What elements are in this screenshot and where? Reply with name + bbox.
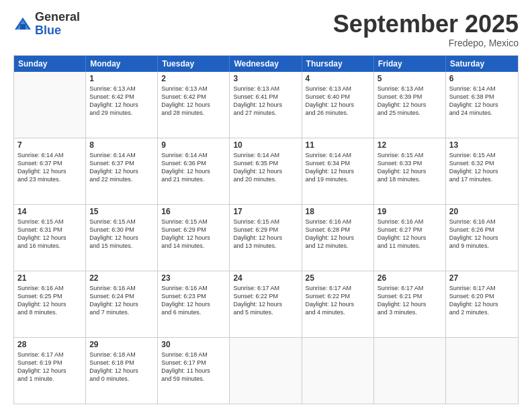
cell-info: Sunrise: 6:15 AM Sunset: 6:30 PM Dayligh… (89, 218, 154, 250)
calendar-cell: 24Sunrise: 6:17 AM Sunset: 6:22 PM Dayli… (230, 271, 302, 337)
cell-info: Sunrise: 6:15 AM Sunset: 6:32 PM Dayligh… (449, 151, 515, 184)
cell-info: Sunrise: 6:16 AM Sunset: 6:27 PM Dayligh… (378, 218, 442, 250)
day-number: 23 (161, 273, 226, 283)
day-number: 7 (17, 140, 82, 150)
calendar-cell: 1Sunrise: 6:13 AM Sunset: 6:42 PM Daylig… (86, 72, 158, 138)
cell-info: Sunrise: 6:13 AM Sunset: 6:42 PM Dayligh… (89, 85, 154, 118)
cell-info: Sunrise: 6:13 AM Sunset: 6:39 PM Dayligh… (378, 85, 442, 118)
cell-info: Sunrise: 6:15 AM Sunset: 6:31 PM Dayligh… (17, 218, 82, 250)
cell-info: Sunrise: 6:16 AM Sunset: 6:23 PM Dayligh… (161, 284, 226, 317)
cell-info: Sunrise: 6:14 AM Sunset: 6:37 PM Dayligh… (89, 151, 154, 184)
calendar-cell: 3Sunrise: 6:13 AM Sunset: 6:41 PM Daylig… (230, 72, 302, 138)
calendar-cell: 8Sunrise: 6:14 AM Sunset: 6:37 PM Daylig… (86, 138, 158, 204)
cell-info: Sunrise: 6:16 AM Sunset: 6:25 PM Dayligh… (17, 284, 82, 317)
day-number: 5 (378, 74, 442, 83)
cell-info: Sunrise: 6:17 AM Sunset: 6:19 PM Dayligh… (17, 351, 82, 383)
svg-rect-2 (20, 24, 26, 30)
day-number: 1 (89, 74, 154, 83)
calendar-cell: 17Sunrise: 6:15 AM Sunset: 6:29 PM Dayli… (230, 205, 302, 271)
cell-info: Sunrise: 6:17 AM Sunset: 6:21 PM Dayligh… (378, 284, 442, 317)
calendar-cell: 25Sunrise: 6:17 AM Sunset: 6:22 PM Dayli… (302, 271, 374, 337)
calendar-week-5: 28Sunrise: 6:17 AM Sunset: 6:19 PM Dayli… (14, 337, 518, 404)
calendar-cell: 9Sunrise: 6:14 AM Sunset: 6:36 PM Daylig… (158, 138, 230, 204)
calendar-cell: 21Sunrise: 6:16 AM Sunset: 6:25 PM Dayli… (14, 271, 86, 337)
logo-text: General Blue (35, 11, 80, 38)
calendar: SundayMondayTuesdayWednesdayThursdayFrid… (13, 55, 519, 404)
cell-info: Sunrise: 6:15 AM Sunset: 6:29 PM Dayligh… (161, 218, 226, 250)
day-number: 14 (17, 207, 82, 216)
cell-info: Sunrise: 6:13 AM Sunset: 6:42 PM Dayligh… (161, 85, 226, 118)
day-number: 27 (449, 273, 515, 283)
day-number: 8 (89, 140, 154, 150)
cell-info: Sunrise: 6:18 AM Sunset: 6:18 PM Dayligh… (89, 351, 154, 383)
day-number: 11 (306, 140, 370, 150)
calendar-week-1: 1Sunrise: 6:13 AM Sunset: 6:42 PM Daylig… (14, 72, 518, 138)
day-number: 29 (89, 340, 154, 349)
header-cell-monday: Monday (86, 56, 158, 72)
day-number: 12 (378, 140, 442, 150)
cell-info: Sunrise: 6:17 AM Sunset: 6:22 PM Dayligh… (306, 284, 370, 317)
cell-info: Sunrise: 6:15 AM Sunset: 6:33 PM Dayligh… (378, 151, 442, 184)
cell-info: Sunrise: 6:16 AM Sunset: 6:28 PM Dayligh… (306, 218, 370, 250)
header-cell-saturday: Saturday (446, 56, 518, 72)
logo-general: General (35, 10, 80, 24)
logo: General Blue (13, 11, 80, 38)
calendar-cell: 26Sunrise: 6:17 AM Sunset: 6:21 PM Dayli… (374, 271, 446, 337)
calendar-page: General Blue September 2025 Fredepo, Mex… (0, 0, 532, 411)
calendar-cell: 11Sunrise: 6:14 AM Sunset: 6:34 PM Dayli… (302, 138, 374, 204)
calendar-cell: 27Sunrise: 6:17 AM Sunset: 6:20 PM Dayli… (446, 271, 518, 337)
logo-icon (13, 15, 32, 34)
day-number: 2 (161, 74, 226, 83)
calendar-cell: 5Sunrise: 6:13 AM Sunset: 6:39 PM Daylig… (374, 72, 446, 138)
cell-info: Sunrise: 6:14 AM Sunset: 6:35 PM Dayligh… (233, 151, 298, 184)
cell-info: Sunrise: 6:17 AM Sunset: 6:22 PM Dayligh… (233, 284, 298, 317)
header-cell-thursday: Thursday (302, 56, 374, 72)
calendar-cell: 2Sunrise: 6:13 AM Sunset: 6:42 PM Daylig… (158, 72, 230, 138)
calendar-cell: 15Sunrise: 6:15 AM Sunset: 6:30 PM Dayli… (86, 205, 158, 271)
calendar-cell: 16Sunrise: 6:15 AM Sunset: 6:29 PM Dayli… (158, 205, 230, 271)
day-number: 24 (233, 273, 298, 283)
calendar-cell: 7Sunrise: 6:14 AM Sunset: 6:37 PM Daylig… (14, 138, 86, 204)
calendar-week-4: 21Sunrise: 6:16 AM Sunset: 6:25 PM Dayli… (14, 271, 518, 337)
day-number: 16 (161, 207, 226, 216)
day-number: 6 (449, 74, 515, 83)
day-number: 13 (449, 140, 515, 150)
title-block: September 2025 Fredepo, Mexico (333, 11, 519, 48)
day-number: 4 (306, 74, 370, 83)
logo-blue: Blue (35, 24, 61, 37)
day-number: 22 (89, 273, 154, 283)
page-header: General Blue September 2025 Fredepo, Mex… (13, 11, 519, 48)
calendar-cell: 23Sunrise: 6:16 AM Sunset: 6:23 PM Dayli… (158, 271, 230, 337)
month-title: September 2025 (333, 11, 519, 38)
day-number: 3 (233, 74, 298, 83)
day-number: 10 (233, 140, 298, 150)
day-number: 9 (161, 140, 226, 150)
calendar-cell (302, 338, 374, 404)
calendar-cell: 18Sunrise: 6:16 AM Sunset: 6:28 PM Dayli… (302, 205, 374, 271)
calendar-cell (374, 338, 446, 404)
calendar-cell (14, 72, 86, 138)
cell-info: Sunrise: 6:13 AM Sunset: 6:40 PM Dayligh… (306, 85, 370, 118)
location: Fredepo, Mexico (333, 38, 519, 48)
calendar-cell: 30Sunrise: 6:18 AM Sunset: 6:17 PM Dayli… (158, 338, 230, 404)
calendar-cell: 20Sunrise: 6:16 AM Sunset: 6:26 PM Dayli… (446, 205, 518, 271)
calendar-week-3: 14Sunrise: 6:15 AM Sunset: 6:31 PM Dayli… (14, 204, 518, 271)
day-number: 28 (17, 340, 82, 349)
cell-info: Sunrise: 6:18 AM Sunset: 6:17 PM Dayligh… (161, 351, 226, 383)
calendar-cell (230, 338, 302, 404)
day-number: 18 (306, 207, 370, 216)
calendar-cell: 12Sunrise: 6:15 AM Sunset: 6:33 PM Dayli… (374, 138, 446, 204)
calendar-cell: 19Sunrise: 6:16 AM Sunset: 6:27 PM Dayli… (374, 205, 446, 271)
day-number: 25 (306, 273, 370, 283)
calendar-cell: 14Sunrise: 6:15 AM Sunset: 6:31 PM Dayli… (14, 205, 86, 271)
cell-info: Sunrise: 6:16 AM Sunset: 6:26 PM Dayligh… (449, 218, 515, 250)
calendar-header: SundayMondayTuesdayWednesdayThursdayFrid… (14, 56, 518, 72)
calendar-cell: 29Sunrise: 6:18 AM Sunset: 6:18 PM Dayli… (86, 338, 158, 404)
day-number: 30 (161, 340, 226, 349)
calendar-cell (446, 338, 518, 404)
calendar-cell: 6Sunrise: 6:14 AM Sunset: 6:38 PM Daylig… (446, 72, 518, 138)
day-number: 17 (233, 207, 298, 216)
header-cell-tuesday: Tuesday (158, 56, 230, 72)
calendar-cell: 10Sunrise: 6:14 AM Sunset: 6:35 PM Dayli… (230, 138, 302, 204)
cell-info: Sunrise: 6:14 AM Sunset: 6:37 PM Dayligh… (17, 151, 82, 184)
